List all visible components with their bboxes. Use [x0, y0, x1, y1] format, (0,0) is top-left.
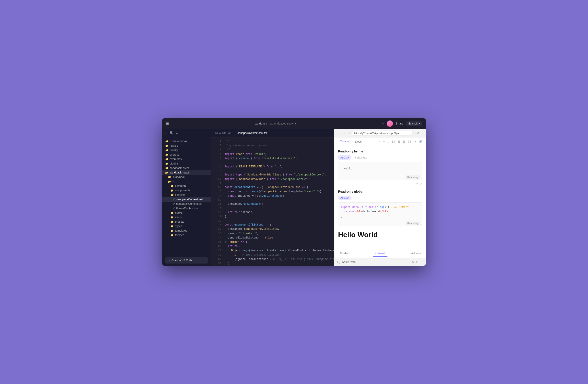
bottom-tab-sidebar[interactable]: Sidebar [337, 250, 352, 256]
tab-readme[interactable]: README.md [212, 130, 234, 136]
sidebar-item-github[interactable]: 📁 .github [162, 143, 211, 148]
hamburger-icon[interactable]: ☰ [166, 121, 169, 126]
sidebar-item-label: plugins [170, 162, 179, 165]
project-name: sandpack [254, 122, 267, 125]
share-button[interactable]: Share [396, 122, 403, 125]
section-title: Read-only by file [338, 150, 422, 153]
editor-area: README.md sandpackContext.test.tsx 1 /**… [211, 129, 334, 266]
main-content: □ 🔍 ☍ 📁 .codesandbox 📁 .github 📁 .husky [162, 129, 426, 266]
sidebar-item-sandpack-context-test[interactable]: /* sandpackContext.test [162, 197, 211, 202]
sidebar-item-common[interactable]: 📁 common [162, 184, 211, 188]
code-line: 21 const getAmountOfListener = ( [211, 223, 334, 227]
sidebar-item-examples[interactable]: 📁 examples [162, 157, 211, 161]
sidebar-item-hooks[interactable]: 📁 hooks [162, 211, 211, 215]
tab-docs[interactable]: Docs [352, 138, 364, 145]
avatar [387, 121, 393, 127]
preview-external-icon[interactable]: ⇗ [420, 182, 422, 185]
tab-sandpack-context-test[interactable]: sandpackContext.test.tsx [234, 130, 271, 136]
file-icon: /* [173, 207, 175, 210]
external-link-icon[interactable]: ⇗ [417, 131, 420, 135]
code-line: 30 ); [211, 262, 334, 266]
sidebar-item-sandpack-react[interactable]: 📂 sandpack-react [162, 170, 211, 175]
file-tab-button[interactable]: button.tsx [353, 155, 369, 160]
sidebar-item-plugins[interactable]: 📁 plugins [162, 161, 211, 166]
folder-icon: 📁 [170, 220, 174, 223]
sidebar-item-label: sandpack-react [170, 171, 189, 174]
file-tab-app-global[interactable]: App.tsx [338, 196, 352, 200]
sidebar-item-storybook[interactable]: 📁 .storybook [162, 175, 211, 179]
layout-icon[interactable]: ☷ [407, 139, 412, 144]
source-control-icon[interactable]: ☍ [176, 131, 179, 135]
bottom-tab-addons[interactable]: Addons [409, 250, 423, 256]
sidebar-item-contexts[interactable]: 📂 contexts [162, 193, 211, 197]
hello-world-title: Hello World [338, 231, 422, 239]
back-button[interactable]: ‹ [337, 131, 341, 136]
sidebar-item-sandpack-client[interactable]: 📁 sandpack-client [162, 166, 211, 170]
bottom-tab-canvas[interactable]: Canvas [373, 250, 387, 257]
rows-icon[interactable]: ☷ [402, 139, 406, 144]
tab-canvas[interactable]: Canvas [337, 138, 352, 145]
more-options-icon[interactable]: ⋯ [421, 131, 424, 135]
readonly-badge-text: Read-only [406, 222, 420, 225]
code-editor[interactable]: 1 /** 2 * @jest-environment jsdom 3 */ 4… [211, 138, 334, 266]
branch-info: ⎇ draft/aged-snow ▾ [270, 122, 296, 125]
columns-icon[interactable]: ☷ [397, 139, 401, 144]
forward-button[interactable]: › [342, 131, 347, 136]
folder-icon: 📁 [165, 167, 168, 170]
code-line: 26 return ( [211, 244, 334, 248]
folder-icon: 📁 [165, 158, 168, 161]
branch-button[interactable]: Branch ▾ [406, 121, 422, 126]
zoom-in-icon[interactable]: + [382, 139, 386, 144]
add-button[interactable]: + [382, 121, 384, 126]
search-icon[interactable]: 🔍 [170, 131, 173, 135]
sidebar-item-components[interactable]: 📁 components [162, 188, 211, 193]
sidebar-item-husky[interactable]: 📁 .husky [162, 148, 211, 152]
readonly-global-section: Read-only global App.tsx export default … [338, 190, 422, 226]
grid-icon[interactable]: ☷ [391, 139, 396, 144]
code-line: 22 instance: SandpackProviderClass, [211, 227, 334, 231]
copy-tests-icon[interactable]: ◻ [416, 260, 419, 263]
watch-tests-bar: >_ Watch tests ↻ ◻ ⋯ [335, 258, 426, 266]
readonly-badge: Read-only [406, 176, 420, 179]
sidebar-item-cypress[interactable]: 📁 cypress [162, 152, 211, 157]
url-bar[interactable] [352, 131, 413, 136]
preview-refresh-icon[interactable]: ↻ [416, 182, 418, 185]
sidebar-item-icons[interactable]: 📁 icons [162, 215, 211, 220]
sidebar-item-styles[interactable]: 📁 styles [162, 224, 211, 228]
refresh-button[interactable]: ↻ [348, 131, 351, 135]
sidebar-item-presets[interactable]: 📁 presets [162, 220, 211, 224]
code-line: 16 instance.runSandpack(); [211, 202, 334, 206]
search-text-icon[interactable]: A [387, 139, 390, 144]
file-icon[interactable]: □ [165, 131, 167, 135]
branch-label: Branch [408, 122, 418, 125]
folder-icon: 📁 [165, 140, 168, 143]
code-line: 5 import { create } from "react-test-ren… [211, 157, 334, 161]
home-icon[interactable]: ⌂ [414, 131, 416, 135]
code-line: 20 [211, 219, 334, 223]
link-icon[interactable]: 🔗 [418, 139, 423, 144]
file-icon: /* [173, 202, 175, 205]
sidebar-item-label: presets [175, 220, 184, 223]
sidebar-item-themes[interactable]: 📁 themes [162, 233, 211, 237]
sidebar-item-templates[interactable]: 📁 templates [162, 228, 211, 233]
sidebar-item-src[interactable]: 📂 src [162, 179, 211, 184]
open-vscode-button[interactable]: ↗ Open in VS Code [165, 257, 208, 263]
top-bar-right: + Share Branch ▾ [382, 121, 422, 127]
sidebar-item-label: contexts [175, 193, 186, 197]
zoom-out-icon[interactable]: − [378, 139, 381, 144]
file-tab-app[interactable]: App.tsx [338, 155, 352, 160]
sidebar-item-codesandbox[interactable]: 📁 .codesandbox [162, 139, 211, 143]
expand-icon[interactable]: ↗ [413, 139, 417, 144]
refresh-tests-icon[interactable]: ↻ [412, 260, 414, 263]
code-line: 19 }; [211, 215, 334, 219]
sidebar-item-sandpack-context[interactable]: /* sandpackContext.tsx [162, 202, 211, 206]
sidebar-item-label: themeContext.tsx [176, 207, 198, 210]
folder-icon: 📂 [165, 171, 168, 174]
sidebar-item-label: sandpack-client [170, 166, 189, 170]
code-line: 6 [211, 161, 334, 165]
folder-icon: 📁 [168, 176, 171, 179]
readonly-by-file-section: Read-only by file App.tsx button.tsx Hel… [338, 150, 422, 185]
more-tests-icon[interactable]: ⋯ [420, 260, 423, 263]
sidebar-item-theme-context[interactable]: /* themeContext.tsx [162, 206, 211, 211]
sidebar-item-label: hooks [175, 211, 182, 214]
